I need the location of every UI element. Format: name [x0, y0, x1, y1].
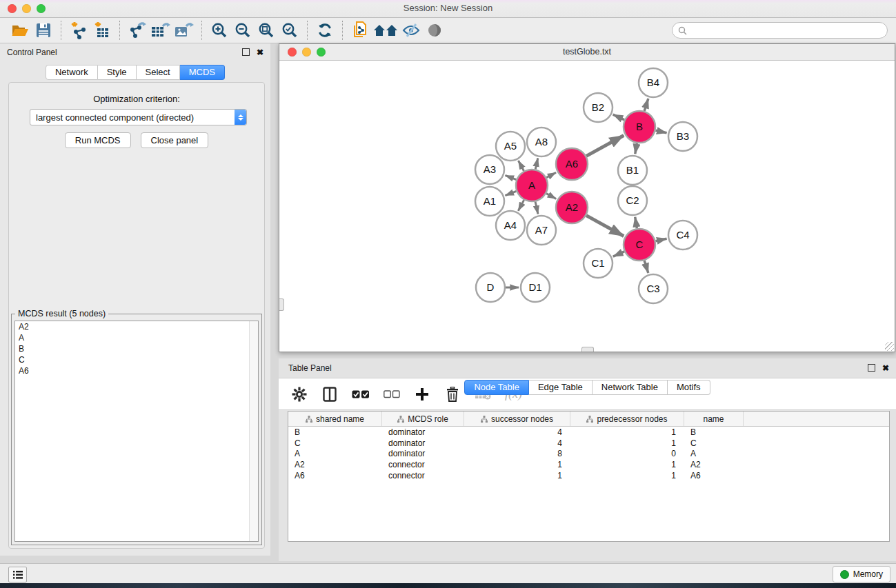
node-D1[interactable]: D1 — [521, 273, 550, 302]
search-input[interactable] — [690, 25, 882, 36]
node-A2[interactable]: A2 — [556, 192, 588, 223]
edge-A-A2[interactable] — [546, 194, 556, 199]
edge-A-A7[interactable] — [535, 201, 538, 214]
float-table-panel-icon[interactable] — [868, 364, 875, 372]
mcds-result-item[interactable]: C — [15, 354, 258, 365]
open-session-icon[interactable] — [8, 20, 32, 41]
edge-B-B2[interactable] — [613, 114, 625, 120]
export-network-icon[interactable] — [126, 20, 149, 41]
node-B3[interactable]: B3 — [668, 122, 697, 151]
float-panel-icon[interactable] — [242, 48, 250, 56]
edge-A-A5[interactable] — [518, 161, 524, 171]
svg-text:A4: A4 — [504, 219, 517, 231]
tab-style[interactable]: Style — [98, 65, 137, 80]
node-C3[interactable]: C3 — [639, 274, 668, 303]
node-C[interactable]: C — [624, 229, 655, 261]
network-graph[interactable]: B4B2BB3A5A8A6A3AB1A1A2C2A4A7C4CC1C3DD1 — [279, 61, 895, 352]
edge-A-A6[interactable] — [546, 172, 556, 177]
memory-label: Memory — [853, 569, 883, 579]
export-image-icon[interactable] — [172, 20, 196, 41]
edge-A2-C[interactable] — [586, 216, 624, 236]
edge-A-A4[interactable] — [518, 200, 524, 211]
run-mcds-button[interactable]: Run MCDS — [65, 132, 131, 148]
edge-B-B3[interactable] — [655, 130, 666, 133]
export-table-icon[interactable] — [149, 20, 172, 41]
mcds-result-list[interactable]: A2ABCA6 — [14, 321, 259, 542]
search-box[interactable] — [672, 22, 888, 39]
tab-mcds[interactable]: MCDS — [180, 65, 225, 80]
show-graphics-details-eye-icon[interactable] — [423, 20, 446, 41]
svg-text:A8: A8 — [535, 136, 548, 148]
mcds-result-item[interactable]: A — [15, 332, 258, 343]
table-tab-network-table[interactable]: Network Table — [593, 380, 668, 395]
node-A1[interactable]: A1 — [475, 187, 504, 216]
edge-A6-B[interactable] — [586, 136, 624, 156]
network-window-titlebar[interactable]: testGlobe.txt — [279, 44, 895, 61]
network-canvas[interactable]: B4B2BB3A5A8A6A3AB1A1A2C2A4A7C4CC1C3DD1 — [279, 61, 895, 352]
panel-grip-left[interactable] — [279, 298, 284, 311]
node-A4[interactable]: A4 — [496, 211, 525, 240]
first-neighbors-icon[interactable] — [372, 20, 399, 41]
node-A3[interactable]: A3 — [475, 155, 504, 184]
edge-C-C2[interactable] — [635, 217, 637, 229]
node-A[interactable]: A — [516, 170, 548, 201]
zoom-in-icon[interactable] — [208, 20, 231, 41]
node-D[interactable]: D — [476, 273, 505, 302]
network-window-title: testGlobe.txt — [279, 47, 895, 57]
edge-A-A3[interactable] — [505, 175, 516, 179]
table-tab-motifs[interactable]: Motifs — [668, 380, 710, 395]
table-tab-node-table[interactable]: Node Table — [464, 380, 529, 395]
edge-B-B4[interactable] — [644, 99, 648, 111]
node-A7[interactable]: A7 — [527, 216, 556, 245]
panel-grip-bottom[interactable] — [581, 347, 594, 352]
node-B1[interactable]: B1 — [618, 156, 647, 185]
close-table-panel-icon[interactable]: ✖ — [882, 365, 889, 372]
clone-network-icon[interactable] — [348, 20, 372, 41]
node-B4[interactable]: B4 — [639, 68, 668, 97]
import-table-icon[interactable] — [90, 20, 114, 41]
tab-select[interactable]: Select — [137, 65, 180, 80]
window-resize-grip[interactable] — [885, 342, 894, 351]
edge-C-C4[interactable] — [655, 239, 666, 241]
node-A8[interactable]: A8 — [527, 128, 556, 156]
close-panel-icon[interactable]: ✖ — [257, 49, 263, 56]
scrollbar-track[interactable] — [249, 321, 258, 541]
edge-C-C1[interactable] — [613, 252, 624, 256]
memory-button[interactable]: Memory — [833, 566, 890, 582]
edge-B-B1[interactable] — [635, 143, 637, 154]
svg-text:C1: C1 — [591, 257, 604, 269]
tab-network[interactable]: Network — [46, 65, 98, 80]
mcds-result-item[interactable]: A2 — [15, 321, 258, 332]
edge-C-C3[interactable] — [644, 261, 648, 273]
svg-text:A5: A5 — [504, 140, 517, 152]
table-tab-edge-table[interactable]: Edge Table — [529, 380, 593, 395]
close-panel-button[interactable]: Close panel — [141, 132, 209, 148]
node-C4[interactable]: C4 — [668, 221, 697, 250]
edge-A-A1[interactable] — [505, 191, 516, 195]
node-A6[interactable]: A6 — [556, 148, 588, 180]
zoom-fit-icon[interactable] — [255, 20, 278, 41]
refresh-layout-icon[interactable] — [313, 20, 337, 41]
mcds-result-item[interactable]: B — [15, 343, 258, 354]
control-panel-title: Control Panel — [7, 48, 57, 57]
edge-A-A8[interactable] — [535, 158, 538, 169]
criterion-dropdown[interactable]: largest connected component (directed) — [30, 109, 247, 125]
mcds-tab-content: Optimization criterion: largest connecte… — [8, 82, 265, 549]
hide-selected-eye-slash-icon[interactable] — [399, 20, 423, 41]
control-panel-tabs: NetworkStyleSelectMCDS — [0, 65, 270, 80]
svg-text:B3: B3 — [677, 130, 689, 142]
node-C2[interactable]: C2 — [618, 186, 647, 215]
mcds-result-item[interactable]: A6 — [15, 365, 258, 376]
import-network-icon[interactable] — [67, 20, 90, 41]
node-B[interactable]: B — [624, 111, 655, 143]
zoom-selected-icon[interactable] — [278, 20, 301, 41]
task-history-button[interactable] — [8, 567, 27, 582]
svg-text:B4: B4 — [647, 77, 659, 88]
svg-text:C4: C4 — [676, 229, 689, 241]
svg-text:D: D — [487, 281, 495, 293]
node-A5[interactable]: A5 — [496, 132, 525, 161]
node-C1[interactable]: C1 — [584, 249, 613, 278]
zoom-out-icon[interactable] — [231, 20, 255, 41]
save-session-icon[interactable] — [32, 20, 55, 41]
node-B2[interactable]: B2 — [584, 93, 613, 122]
